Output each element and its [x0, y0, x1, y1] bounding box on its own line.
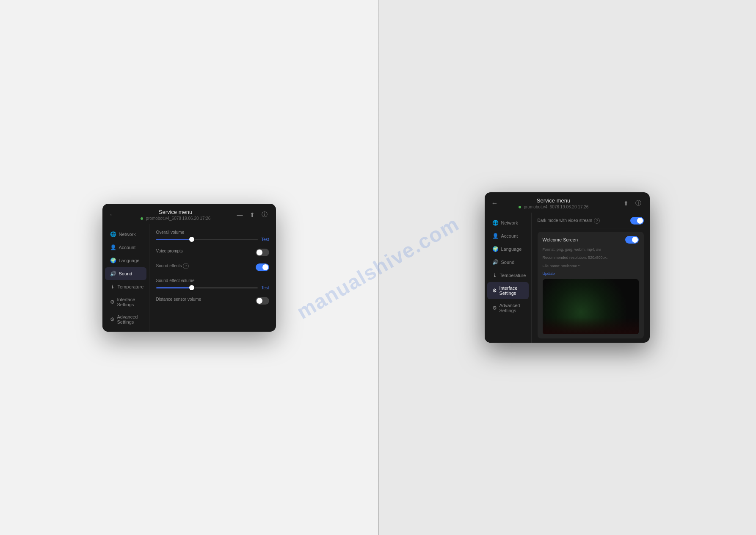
right-main-content: Dark mode with video stream ? Welcome Sc… [531, 213, 650, 343]
welcome-screen-card: Welcome Screen Format: png, jpeg, webm, … [538, 232, 644, 339]
right-sidebar-item-account[interactable]: 👤 Account [487, 230, 529, 242]
voice-prompts-toggle[interactable] [256, 249, 269, 256]
distance-sensor-row: Distance sensor volume [156, 297, 269, 305]
voice-prompts-label: Voice prompts [156, 249, 183, 253]
sidebar-item-interface-settings[interactable]: ⚙ Interface Settings [105, 294, 146, 310]
sound-effects-toggle-row: Sound effects ? [156, 263, 269, 272]
sidebar-network-label: Network [119, 232, 136, 237]
left-status-dot [141, 217, 143, 220]
distance-sensor-toggle-row: Distance sensor volume [156, 297, 269, 305]
overall-volume-thumb[interactable] [189, 237, 194, 242]
voice-prompts-knob [257, 249, 262, 255]
right-info-button[interactable]: ⓘ [634, 199, 643, 208]
advanced-settings-icon: ⚙ [110, 316, 115, 322]
sidebar-item-network[interactable]: 🌐 Network [105, 228, 146, 241]
right-area: ← Service menu promobot.v4_6078 19.06.20… [378, 0, 756, 535]
left-window-header: ← Service menu promobot.v4_6078 19.06.20… [102, 204, 276, 224]
right-network-icon: 🌐 [492, 220, 499, 226]
left-title-area: Service menu promobot.v4_6078 19.06.20 1… [116, 209, 235, 221]
sidebar-language-label: Language [119, 258, 140, 263]
sound-effect-volume-slider-row: Test [156, 286, 269, 290]
sidebar-interface-label: Interface Settings [117, 297, 141, 307]
right-sidebar-sound-label: Sound [501, 260, 515, 265]
right-sidebar-item-interface-settings[interactable]: ⚙ Interface Settings [487, 282, 529, 299]
right-account-icon: 👤 [492, 233, 499, 239]
right-window-title: Service menu [498, 197, 609, 204]
overall-volume-track[interactable] [156, 239, 258, 240]
sidebar-account-label: Account [119, 245, 136, 250]
welcome-screen-preview [543, 279, 639, 334]
sidebar-item-language[interactable]: 🌍 Language [105, 254, 146, 267]
right-sidebar-network-label: Network [501, 220, 518, 225]
welcome-screen-toggle[interactable] [625, 236, 639, 244]
update-link[interactable]: Update [543, 272, 639, 276]
dark-mode-help-icon[interactable]: ? [594, 218, 600, 224]
sound-effects-help-icon[interactable]: ? [183, 263, 189, 269]
sidebar-item-advanced-settings[interactable]: ⚙ Advanced Settings [105, 311, 146, 328]
overall-volume-fill [156, 239, 192, 240]
right-sidebar-temperature-label: Temperature [500, 273, 526, 278]
right-sidebar-account-label: Account [501, 233, 518, 238]
right-subtitle-text: promobot.v4_6078 19.06.20 17:26 [524, 205, 588, 209]
sound-effect-test-button[interactable]: Test [261, 286, 269, 290]
left-window-body: 🌐 Network 👤 Account 🌍 Language 🔊 Sound 🌡 [102, 224, 276, 332]
sound-effect-volume-track[interactable] [156, 287, 258, 288]
left-back-button[interactable]: ← [109, 211, 116, 219]
right-sidebar-interface-label: Interface Settings [499, 286, 524, 296]
welcome-screen-header: Welcome Screen [543, 236, 639, 244]
sound-effect-volume-label: Sound effect volume [156, 278, 269, 283]
welcome-screen-format: Format: png, jpeg, webm, mp4, avi [543, 247, 639, 253]
right-back-button[interactable]: ← [491, 200, 498, 207]
dark-mode-toggle[interactable] [630, 217, 644, 225]
voice-prompts-row: Voice prompts [156, 249, 269, 256]
overall-volume-slider-row: Test [156, 237, 269, 242]
right-sidebar: 🌐 Network 👤 Account 🌍 Language 🔊 Sound 🌡 [485, 213, 531, 343]
page-divider [378, 0, 379, 535]
sound-effects-row: Sound effects ? [156, 263, 269, 272]
left-export-button[interactable]: ⬆ [248, 211, 257, 219]
sound-effect-volume-row: Sound effect volume Test [156, 278, 269, 290]
left-area: ← Service menu promobot.v4_6078 19.06.20… [0, 0, 378, 535]
left-info-button[interactable]: ⓘ [260, 210, 269, 219]
right-status-dot [519, 206, 521, 208]
left-window-title: Service menu [116, 209, 235, 215]
left-minimize-button[interactable]: — [235, 211, 245, 219]
overall-volume-row: Overall volume Test [156, 230, 269, 242]
right-sidebar-item-sound[interactable]: 🔊 Sound [487, 256, 529, 269]
right-sidebar-item-language[interactable]: 🌍 Language [487, 243, 529, 255]
sound-effect-volume-thumb[interactable] [189, 285, 194, 290]
welcome-screen-title: Welcome Screen [543, 237, 578, 242]
right-service-window: ← Service menu promobot.v4_6078 19.06.20… [485, 192, 650, 343]
content-separator [538, 228, 644, 228]
right-sidebar-item-advanced-settings[interactable]: ⚙ Advanced Settings [487, 299, 529, 316]
right-sound-icon: 🔊 [492, 259, 499, 265]
sound-effects-label: Sound effects ? [156, 263, 189, 269]
sidebar-item-sound[interactable]: 🔊 Sound [105, 267, 146, 280]
right-export-button[interactable]: ⬆ [622, 199, 630, 208]
dark-mode-knob [637, 218, 643, 224]
right-title-area: Service menu promobot.v4_6078 19.06.20 1… [498, 197, 609, 209]
dark-mode-label: Dark mode with video stream ? [538, 218, 600, 224]
right-sidebar-item-temperature[interactable]: 🌡 Temperature [487, 269, 529, 282]
distance-sensor-knob [257, 298, 262, 304]
right-sidebar-item-network[interactable]: 🌐 Network [487, 216, 529, 229]
dark-mode-row: Dark mode with video stream ? [538, 217, 644, 225]
right-interface-settings-icon: ⚙ [492, 288, 497, 294]
right-advanced-settings-icon: ⚙ [492, 305, 497, 311]
welcome-screen-knob [632, 237, 638, 243]
sound-effects-toggle[interactable] [256, 263, 269, 271]
left-subtitle-text: promobot.v4_6078 19.06.20 17:26 [146, 216, 210, 221]
left-header-icons: — ⬆ ⓘ [235, 210, 269, 219]
right-language-icon: 🌍 [492, 246, 499, 252]
left-sidebar: 🌐 Network 👤 Account 🌍 Language 🔊 Sound 🌡 [102, 224, 149, 332]
sidebar-item-temperature[interactable]: 🌡 Temperature [105, 280, 146, 293]
sidebar-item-account[interactable]: 👤 Account [105, 241, 146, 254]
interface-settings-icon: ⚙ [110, 299, 115, 305]
distance-sensor-toggle[interactable] [256, 297, 269, 305]
overall-volume-test-button[interactable]: Test [261, 237, 269, 242]
right-header-icons: — ⬆ ⓘ [609, 199, 643, 208]
right-minimize-button[interactable]: — [609, 199, 618, 208]
right-sidebar-language-label: Language [501, 247, 522, 252]
left-window-subtitle: promobot.v4_6078 19.06.20 17:26 [116, 216, 235, 221]
left-service-window: ← Service menu promobot.v4_6078 19.06.20… [102, 204, 276, 332]
